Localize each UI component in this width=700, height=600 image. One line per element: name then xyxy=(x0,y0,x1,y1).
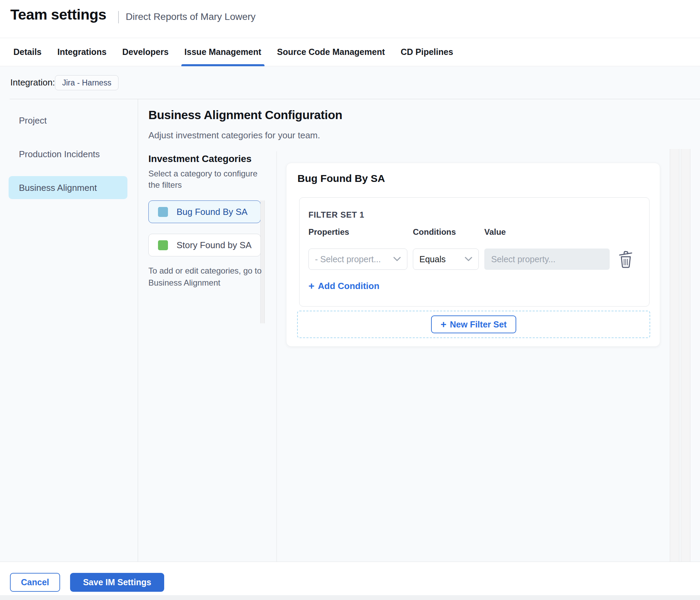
add-condition-button[interactable]: + Add Condition xyxy=(308,280,380,292)
delete-condition-button[interactable] xyxy=(617,250,635,269)
header-divider xyxy=(10,99,700,99)
value-input[interactable] xyxy=(484,249,610,270)
save-im-settings-button[interactable]: Save IM Settings xyxy=(70,573,164,592)
column-header-value: Value xyxy=(484,227,506,237)
page-subtitle: Direct Reports of Mary Lowery xyxy=(126,11,256,22)
filter-set-title: FILTER SET 1 xyxy=(308,210,364,220)
categories-footnote: To add or edit categories, go to Busines… xyxy=(148,265,268,289)
team-settings-page: Team settings Direct Reports of Mary Low… xyxy=(0,0,700,600)
trash-icon xyxy=(618,251,633,268)
content-area: Integration: Jira - Harness Project Prod… xyxy=(0,66,700,562)
category-color-swatch xyxy=(158,207,168,217)
integration-chip[interactable]: Jira - Harness xyxy=(55,75,118,90)
property-select-placeholder: - Select propert... xyxy=(315,254,390,264)
vertical-scrollbar-track[interactable] xyxy=(670,149,679,562)
category-color-swatch xyxy=(158,240,168,250)
property-select[interactable]: - Select propert... xyxy=(308,249,407,270)
plus-icon: + xyxy=(441,319,447,330)
tab-details[interactable]: Details xyxy=(10,38,45,66)
category-list-scrollbar[interactable] xyxy=(260,200,265,323)
column-header-conditions: Conditions xyxy=(413,227,456,237)
investment-categories-heading: Investment Categories xyxy=(148,153,251,164)
tab-issue-management[interactable]: Issue Management xyxy=(181,38,264,66)
categories-divider xyxy=(276,151,277,562)
sidebar-divider xyxy=(138,99,138,562)
title-separator xyxy=(118,11,119,23)
tab-developers[interactable]: Developers xyxy=(119,38,172,66)
vertical-scrollbar-track[interactable] xyxy=(681,149,690,562)
tab-bar: Details Integrations Developers Issue Ma… xyxy=(0,38,700,66)
category-label: Bug Found By SA xyxy=(177,207,248,217)
sidebar-item-production-incidents[interactable]: Production Incidents xyxy=(19,149,100,160)
page-header: Team settings Direct Reports of Mary Low… xyxy=(0,0,700,38)
tab-integrations[interactable]: Integrations xyxy=(54,38,110,66)
investment-categories-description: Select a category to configure the filte… xyxy=(148,168,265,191)
plus-icon: + xyxy=(308,280,315,292)
footer-action-bar: Cancel Save IM Settings xyxy=(0,562,700,595)
column-header-properties: Properties xyxy=(308,227,349,237)
filter-set-card: FILTER SET 1 Properties Conditions Value… xyxy=(299,197,650,307)
chevron-down-icon xyxy=(465,257,472,262)
page-bottom-strip xyxy=(0,595,700,600)
category-label: Story Found by SA xyxy=(177,240,251,251)
integration-label: Integration: xyxy=(10,77,55,88)
panel-title: Bug Found By SA xyxy=(297,173,385,184)
category-button-story-found-by-sa[interactable]: Story Found by SA xyxy=(148,234,261,256)
tab-source-code-management[interactable]: Source Code Management xyxy=(274,38,388,66)
new-filter-set-button[interactable]: + New Filter Set xyxy=(431,315,516,333)
chevron-down-icon xyxy=(393,257,401,262)
tab-cd-pipelines[interactable]: CD Pipelines xyxy=(398,38,456,66)
section-subtitle: Adjust investment categories for your te… xyxy=(148,130,320,141)
add-condition-label: Add Condition xyxy=(318,281,380,291)
condition-select[interactable]: Equals xyxy=(413,249,479,270)
cancel-button[interactable]: Cancel xyxy=(10,573,60,592)
section-title: Business Alignment Configuration xyxy=(148,108,342,122)
new-filter-set-label: New Filter Set xyxy=(450,320,507,330)
category-button-bug-found-by-sa[interactable]: Bug Found By SA xyxy=(148,200,261,223)
sidebar-item-project[interactable]: Project xyxy=(19,115,47,126)
page-title: Team settings xyxy=(10,6,106,23)
condition-select-value: Equals xyxy=(419,254,461,264)
new-filter-set-dropzone: + New Filter Set xyxy=(297,311,650,338)
sidebar-item-business-alignment[interactable]: Business Alignment xyxy=(19,183,97,193)
category-filter-panel: Bug Found By SA FILTER SET 1 Properties … xyxy=(286,163,660,347)
